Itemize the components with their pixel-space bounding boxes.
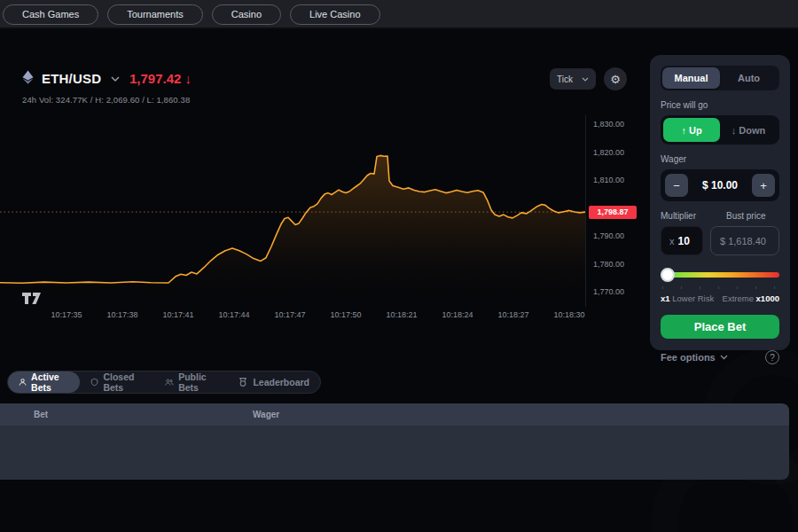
- bust-price-field: $ 1,618.40: [710, 226, 779, 255]
- risk-slider-ticks: [662, 286, 778, 289]
- bets-table: Bet Wager: [0, 403, 789, 480]
- down-label: Down: [739, 125, 765, 136]
- direction-toggle: ↑ Up ↓ Down: [661, 115, 779, 145]
- nav-item-tournaments[interactable]: Tournaments: [107, 4, 203, 25]
- nav-item-live-casino[interactable]: Live Casino: [290, 4, 379, 25]
- fee-options-toggle[interactable]: Fee options: [661, 352, 728, 363]
- tab-label: Public Bets: [178, 372, 216, 393]
- bet-panel: Manual Auto Price will go ↑ Up ↓ Down Wa…: [650, 55, 790, 350]
- wager-decrease-button[interactable]: −: [665, 174, 688, 197]
- y-tick: 1,830.00: [593, 120, 624, 129]
- direction-label: Price will go: [661, 100, 779, 110]
- question-icon: ?: [770, 353, 775, 363]
- x-tick: 10:17:35: [51, 310, 82, 319]
- nav-item-casino[interactable]: Casino: [212, 4, 281, 25]
- x-tick: 10:17:41: [162, 310, 193, 319]
- interval-chevron-down-icon: [582, 77, 589, 82]
- column-bet: Bet: [0, 410, 253, 419]
- x-tick: 10:18:24: [442, 310, 473, 319]
- interval-dropdown[interactable]: Tick: [550, 68, 596, 90]
- bets-tabbar: Active Bets Closed Bets Public Bets Lead…: [7, 371, 321, 394]
- wager-label: Wager: [661, 154, 779, 164]
- tab-active-bets[interactable]: Active Bets: [8, 372, 80, 393]
- tab-auto[interactable]: Auto: [720, 67, 778, 89]
- app-root: Cash Games Tournaments Casino Live Casin…: [0, 0, 798, 532]
- risk-slider-thumb[interactable]: [661, 268, 675, 282]
- column-wager: Wager: [253, 410, 279, 419]
- chart-x-axis: 10:17:35 10:17:38 10:17:41 10:17:44 10:1…: [0, 310, 638, 323]
- help-button[interactable]: ?: [765, 350, 779, 364]
- fee-options-label: Fee options: [661, 352, 716, 363]
- medal-icon: [238, 377, 248, 387]
- interval-value: Tick: [557, 74, 573, 84]
- chart-y-axis: 1,830.00 1,820.00 1,810.00 1,800.00 1,79…: [585, 115, 638, 307]
- risk-slider: [661, 268, 779, 282]
- y-tick: 1,820.00: [593, 148, 624, 157]
- shield-icon: [90, 377, 98, 387]
- fee-options-row: Fee options ?: [661, 350, 779, 364]
- tab-leaderboard[interactable]: Leaderboard: [227, 372, 320, 393]
- risk-labels: x1 Lower Risk Extreme x1000: [661, 293, 779, 303]
- multiplier-label: Multiplier: [661, 211, 703, 221]
- multiplier-value: 10: [678, 235, 690, 247]
- x-tick: 10:17:44: [218, 310, 249, 319]
- x-tick: 10:17:47: [274, 310, 305, 319]
- tab-public-bets[interactable]: Public Bets: [154, 372, 227, 393]
- user-icon: [19, 377, 27, 387]
- market-pair-label[interactable]: ETH/USD: [42, 71, 101, 86]
- chart-settings-button[interactable]: ⚙: [604, 67, 627, 90]
- eth-icon: [21, 70, 35, 84]
- tab-label: Closed Bets: [103, 372, 144, 393]
- place-bet-button[interactable]: Place Bet: [661, 315, 779, 339]
- up-label: Up: [689, 125, 702, 136]
- market-price: 1,797.42 ↓: [129, 71, 192, 86]
- wager-value[interactable]: $ 10.00: [702, 179, 738, 192]
- y-tick: 1,770.00: [593, 287, 624, 296]
- x-tick: 10:18:30: [553, 310, 584, 319]
- y-tick: 1,810.00: [593, 176, 624, 184]
- multiplier-prefix: x: [669, 236, 675, 246]
- price-down-arrow-icon: ↓: [185, 71, 192, 86]
- tab-closed-bets[interactable]: Closed Bets: [80, 372, 154, 393]
- price-value: 1,797.42: [129, 71, 181, 86]
- y-tick: 1,780.00: [593, 260, 624, 269]
- x-tick: 10:18:27: [497, 310, 528, 319]
- bet-down-button[interactable]: ↓ Down: [720, 118, 777, 142]
- risk-low-label: x1 Lower Risk: [661, 293, 714, 303]
- multiplier-input[interactable]: x 10: [661, 226, 703, 255]
- users-icon: [165, 377, 174, 387]
- fee-chevron-down-icon: [720, 355, 728, 360]
- risk-slider-track[interactable]: [661, 272, 779, 278]
- wager-stepper: − $ 10.00 +: [661, 169, 779, 201]
- price-chart[interactable]: [0, 115, 585, 307]
- up-arrow-icon: ↑: [681, 125, 686, 136]
- wager-increase-button[interactable]: +: [752, 174, 775, 197]
- bust-price-label: Bust price: [726, 211, 779, 221]
- gear-icon: ⚙: [610, 74, 621, 85]
- x-tick: 10:17:50: [330, 310, 361, 319]
- tab-manual[interactable]: Manual: [662, 67, 720, 89]
- nav-item-cash-games[interactable]: Cash Games: [3, 4, 98, 25]
- down-arrow-icon: ↓: [732, 125, 737, 136]
- current-price-tag: 1,798.87: [589, 206, 637, 219]
- bets-table-body: [0, 426, 789, 480]
- tradingview-logo: [21, 292, 42, 305]
- x-tick: 10:17:38: [106, 310, 137, 319]
- top-navigation: Cash Games Tournaments Casino Live Casin…: [0, 0, 798, 29]
- chart-area-fill: [0, 155, 585, 307]
- nav-pills: Cash Games Tournaments Casino Live Casin…: [0, 0, 384, 29]
- mode-tabs: Manual Auto: [661, 66, 779, 90]
- market-stats: 24h Vol: 324.77K / H: 2,069.60 / L: 1,86…: [22, 95, 190, 105]
- y-tick: 1,790.00: [593, 231, 624, 240]
- bets-table-header: Bet Wager: [0, 403, 789, 426]
- tab-label: Active Bets: [31, 372, 69, 393]
- tab-label: Leaderboard: [253, 377, 309, 387]
- bet-up-button[interactable]: ↑ Up: [663, 118, 720, 142]
- risk-high-label: Extreme x1000: [723, 293, 779, 303]
- x-tick: 10:18:21: [386, 310, 417, 319]
- pair-chevron-down-icon[interactable]: [111, 76, 120, 82]
